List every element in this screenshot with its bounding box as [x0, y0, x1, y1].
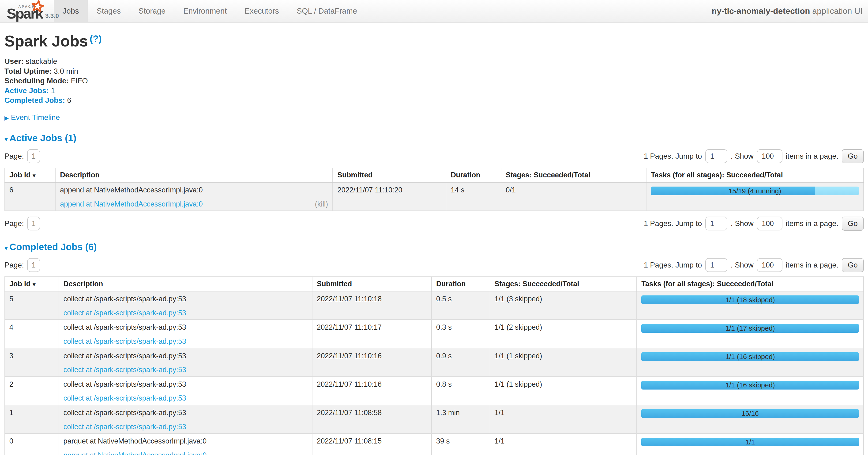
event-timeline-toggle[interactable]: ▶Event Timeline	[4, 113, 864, 122]
job-detail-link[interactable]: append at NativeMethodAccessorImpl.java:…	[60, 200, 203, 208]
summary-label: User:	[4, 57, 24, 65]
column-header[interactable]: Job Id▾	[5, 277, 59, 291]
job-detail-link[interactable]: collect at /spark-scripts/spark-ad.py:53	[64, 337, 186, 346]
job-detail-link[interactable]: collect at /spark-scripts/spark-ad.py:53	[64, 366, 186, 374]
page-number-input[interactable]	[27, 217, 40, 230]
column-header[interactable]: Submitted	[312, 277, 432, 291]
table-header-row: Job Id▾DescriptionSubmittedDurationStage…	[5, 168, 864, 182]
page-number-input[interactable]	[27, 258, 40, 272]
tasks-progress-bar: 1/1 (17 skipped)	[641, 324, 859, 333]
help-link[interactable]: (?)	[90, 33, 101, 44]
items-per-page-input[interactable]	[757, 217, 782, 230]
jump-to-page-input[interactable]	[705, 258, 727, 272]
column-header[interactable]: Description	[55, 168, 333, 182]
collapse-down-icon: ▾	[4, 135, 8, 143]
tasks-cell: 1/1 (16 skipped)	[637, 348, 863, 376]
items-per-page-input[interactable]	[757, 149, 782, 163]
tasks-progress-bar: 1/1 (16 skipped)	[641, 380, 859, 390]
tab-environment[interactable]: Environment	[175, 0, 236, 22]
tasks-cell: 15/19 (4 running)	[646, 182, 864, 211]
column-header[interactable]: Stages: Succeeded/Total	[490, 277, 637, 291]
job-id-cell: 2	[5, 377, 59, 405]
spark-logo[interactable]: APACHE Spark 3.3.0	[0, 0, 54, 22]
job-detail-link[interactable]: collect at /spark-scripts/spark-ad.py:53	[64, 423, 186, 431]
progress-label: 1/1	[641, 438, 859, 447]
job-detail-link[interactable]: collect at /spark-scripts/spark-ad.py:53	[64, 394, 186, 402]
page-number-input[interactable]	[27, 149, 40, 163]
column-header[interactable]: Stages: Succeeded/Total	[501, 168, 646, 182]
stages-cell: 1/1 (2 skipped)	[490, 320, 637, 348]
duration-cell: 0.5 s	[432, 291, 490, 320]
submitted-cell: 2022/11/07 11:08:58	[312, 405, 432, 433]
tab-stages[interactable]: Stages	[88, 0, 129, 22]
job-row: 2 collect at /spark-scripts/spark-ad.py:…	[5, 377, 864, 405]
column-header[interactable]: Description	[59, 277, 312, 291]
submitted-cell: 2022/11/07 11:08:15	[312, 433, 432, 455]
column-header[interactable]: Submitted	[333, 168, 446, 182]
job-id-cell: 4	[5, 320, 59, 348]
job-description: append at NativeMethodAccessorImpl.java:…	[60, 186, 328, 194]
job-description: collect at /spark-scripts/spark-ad.py:53	[64, 352, 308, 360]
job-detail-link[interactable]: parquet at NativeMethodAccessorImpl.java…	[64, 451, 207, 455]
section-completed-jobs[interactable]: ▾Completed Jobs (6)	[4, 242, 864, 253]
job-description: collect at /spark-scripts/spark-ad.py:53	[64, 380, 308, 389]
summary-link-label[interactable]: Completed Jobs:	[4, 96, 65, 105]
summary-link-label[interactable]: Active Jobs:	[4, 86, 49, 95]
column-header[interactable]: Job Id▾	[5, 168, 55, 182]
submitted-cell: 2022/11/07 11:10:20	[333, 182, 446, 211]
tab-storage[interactable]: Storage	[130, 0, 175, 22]
jump-to-page-input[interactable]	[705, 217, 727, 230]
summary-item: Completed Jobs: 6	[4, 95, 864, 105]
progress-label: 1/1 (16 skipped)	[641, 352, 859, 361]
job-detail-link[interactable]: collect at /spark-scripts/spark-ad.py:53	[64, 309, 186, 317]
go-button[interactable]: Go	[842, 149, 864, 163]
tab-executors[interactable]: Executors	[236, 0, 288, 22]
job-row: 1 collect at /spark-scripts/spark-ad.py:…	[5, 405, 864, 433]
job-row: 0 parquet at NativeMethodAccessorImpl.ja…	[5, 433, 864, 455]
progress-label: 1/1 (17 skipped)	[641, 324, 859, 333]
section-active-jobs[interactable]: ▾Active Jobs (1)	[4, 133, 864, 144]
pages-jump-text: 1 Pages. Jump to	[644, 152, 702, 161]
summary-item: Scheduling Mode: FIFO	[4, 76, 864, 86]
tab-sql-dataframe[interactable]: SQL / DataFrame	[288, 0, 366, 22]
job-id-cell: 6	[5, 182, 55, 211]
jump-to-page-input[interactable]	[705, 149, 727, 163]
items-per-page-input[interactable]	[757, 258, 782, 272]
page-label: Page:	[4, 152, 24, 161]
job-description: parquet at NativeMethodAccessorImpl.java…	[64, 437, 308, 445]
column-header[interactable]: Tasks (for all stages): Succeeded/Total	[637, 277, 863, 291]
stages-cell: 1/1 (1 skipped)	[490, 377, 637, 405]
summary-value: 3.0 min	[54, 67, 78, 75]
column-header[interactable]: Duration	[446, 168, 501, 182]
job-id-cell: 3	[5, 348, 59, 376]
sort-desc-icon: ▾	[33, 281, 36, 287]
expand-right-icon: ▶	[4, 115, 9, 121]
submitted-cell: 2022/11/07 11:10:17	[312, 320, 432, 348]
duration-cell: 0.8 s	[432, 377, 490, 405]
job-row: 5 collect at /spark-scripts/spark-ad.py:…	[5, 291, 864, 320]
pagination-row: Page: 1 Pages. Jump to . Show items in a…	[4, 217, 864, 231]
job-id-cell: 5	[5, 291, 59, 320]
show-text: . Show	[731, 152, 753, 161]
kill-link[interactable]: (kill)	[315, 200, 328, 208]
description-cell: parquet at NativeMethodAccessorImpl.java…	[59, 433, 312, 455]
navbar: APACHE Spark 3.3.0 JobsStagesStorageEnvi…	[0, 0, 868, 23]
event-timeline-label: Event Timeline	[11, 113, 60, 121]
stages-cell: 1/1	[490, 405, 637, 433]
active-jobs-table: Job Id▾DescriptionSubmittedDurationStage…	[4, 168, 864, 211]
column-header[interactable]: Tasks (for all stages): Succeeded/Total	[646, 168, 864, 182]
summary-item: Total Uptime: 3.0 min	[4, 66, 864, 76]
job-description: collect at /spark-scripts/spark-ad.py:53	[64, 295, 308, 303]
go-button[interactable]: Go	[842, 217, 864, 231]
spark-version: 3.3.0	[45, 12, 59, 21]
description-cell: collect at /spark-scripts/spark-ad.py:53…	[59, 320, 312, 348]
tab-jobs[interactable]: Jobs	[54, 0, 88, 22]
go-button[interactable]: Go	[842, 258, 864, 272]
description-cell: collect at /spark-scripts/spark-ad.py:53…	[59, 348, 312, 376]
column-header[interactable]: Duration	[432, 277, 490, 291]
duration-cell: 14 s	[446, 182, 501, 211]
pages-jump-text: 1 Pages. Jump to	[644, 219, 702, 228]
show-text: . Show	[731, 219, 753, 228]
duration-cell: 0.9 s	[432, 348, 490, 376]
application-name: ny-tlc-anomaly-detection	[712, 6, 810, 16]
